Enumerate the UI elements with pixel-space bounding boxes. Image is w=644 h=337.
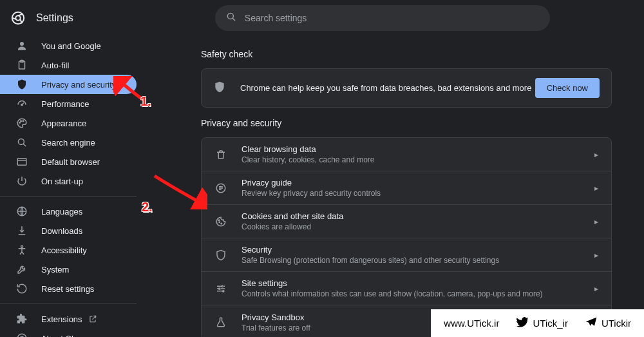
clipboard-icon [15,59,28,72]
svg-point-12 [18,139,24,144]
open-in-new-icon [86,313,99,325]
separator [0,303,137,304]
row-title: Security [242,245,594,255]
sidebar-item-label: Search engine [41,138,95,148]
chrome-logo-icon [10,10,26,26]
checklist-shield-icon [214,182,227,194]
chevron-right-icon: ▸ [594,184,598,193]
svg-point-24 [222,285,223,287]
footer-website: www.UTick.ir [444,318,499,329]
sidebar-item-performance[interactable]: Performance [0,94,137,113]
svg-point-22 [221,223,222,224]
shield-icon [213,81,226,96]
sidebar-item-about-chrome[interactable]: About Chrome [0,329,137,337]
sidebar: You and Google Auto-fill Privacy and sec… [0,36,155,337]
sidebar-item-search-engine[interactable]: Search engine [0,133,137,152]
sidebar-item-label: Default browser [41,157,100,167]
search-settings[interactable] [215,5,550,31]
row-subtitle: Controls what information sites can use … [242,289,594,298]
safety-check-heading: Safety check [201,49,612,59]
sidebar-item-reset-settings[interactable]: Reset settings [0,279,137,298]
shield-icon [15,78,28,91]
sidebar-item-accessibility[interactable]: Accessibility [0,240,137,260]
sidebar-item-auto-fill[interactable]: Auto-fill [0,55,137,75]
privacy-security-list: Clear browsing data Clear history, cooki… [201,137,612,337]
header: Settings [0,0,644,36]
safety-check-card: Chrome can help keep you safe from data … [201,68,612,108]
svg-point-26 [223,290,224,291]
cookie-icon [214,216,227,227]
search-icon [225,11,237,25]
sidebar-item-label: You and Google [41,41,101,51]
footer-twitter-text: UTick_ir [533,318,567,329]
sidebar-item-label: Appearance [41,119,86,128]
sidebar-item-label: Performance [41,99,89,109]
sidebar-item-label: System [41,265,69,274]
tune-icon [214,283,227,294]
footer-site-text: www.UTick.ir [444,318,499,329]
sidebar-item-downloads[interactable]: Downloads [0,221,137,240]
svg-line-13 [23,144,26,146]
sidebar-item-appearance[interactable]: Appearance [0,113,137,133]
svg-point-4 [20,42,24,46]
telegram-icon [585,316,598,331]
sidebar-item-label: Reset settings [41,284,94,294]
chevron-right-icon: ▸ [594,150,598,159]
row-privacy-guide[interactable]: Privacy guide Review key privacy and sec… [202,171,611,205]
watermark-strip: www.UTick.ir UTick_ir UTickir [431,309,644,337]
palette-icon [15,117,28,130]
sidebar-item-label: Auto-fill [41,61,69,70]
callout-2: 2. [142,200,153,215]
row-cookies[interactable]: Cookies and other site data Cookies are … [202,205,611,238]
page-title: Settings [36,12,73,24]
sidebar-item-languages[interactable]: Languages [0,202,137,221]
sidebar-item-system[interactable]: System [0,260,137,279]
search-input[interactable] [245,13,540,23]
twitter-icon [516,316,529,331]
sidebar-item-you-and-google[interactable]: You and Google [0,36,137,55]
sidebar-item-label: Downloads [41,226,82,236]
svg-line-8 [22,103,24,105]
row-security[interactable]: Security Safe Browsing (protection from … [202,238,611,272]
sidebar-item-extensions[interactable]: Extensions [0,309,137,329]
row-subtitle: Clear history, cookies, cache and more [242,155,594,164]
sidebar-item-default-browser[interactable]: Default browser [0,152,137,171]
footer-twitter: UTick_ir [516,316,567,331]
row-title: Site settings [242,278,594,288]
flask-icon [214,316,227,328]
sidebar-item-privacy-and-security[interactable]: Privacy and security [0,75,137,94]
browser-icon [15,155,28,168]
svg-point-25 [219,287,220,289]
sidebar-item-label: About Chrome [41,334,95,338]
speedometer-icon [15,97,28,110]
security-icon [214,249,227,261]
row-title: Clear browsing data [242,144,594,154]
svg-rect-14 [17,159,26,166]
sidebar-item-label: Languages [41,207,82,217]
svg-point-21 [219,222,220,223]
globe-icon [15,205,28,218]
sidebar-item-on-start-up[interactable]: On start-up [0,171,137,191]
accessibility-icon [15,244,28,256]
sidebar-item-label: Extensions [41,314,82,324]
puzzle-icon [15,313,28,325]
trash-icon [214,149,227,160]
row-clear-browsing-data[interactable]: Clear browsing data Clear history, cooki… [202,138,611,171]
safety-check-text: Chrome can help keep you safe from data … [240,83,535,93]
svg-point-23 [218,220,220,221]
separator [0,196,137,197]
row-site-settings[interactable]: Site settings Controls what information … [202,272,611,305]
footer-telegram: UTickir [585,316,631,331]
row-subtitle: Cookies are allowed [242,222,594,231]
svg-point-10 [21,120,22,122]
callout-1: 1. [140,94,151,109]
svg-point-11 [23,120,24,122]
chevron-right-icon: ▸ [594,284,598,293]
check-now-button[interactable]: Check now [535,78,600,98]
footer-telegram-text: UTickir [601,318,631,329]
chevron-right-icon: ▸ [594,217,598,226]
person-icon [15,39,28,52]
restore-icon [15,282,28,295]
main-content: Safety check Chrome can help keep you sa… [155,36,644,337]
sidebar-item-label: On start-up [41,177,83,186]
